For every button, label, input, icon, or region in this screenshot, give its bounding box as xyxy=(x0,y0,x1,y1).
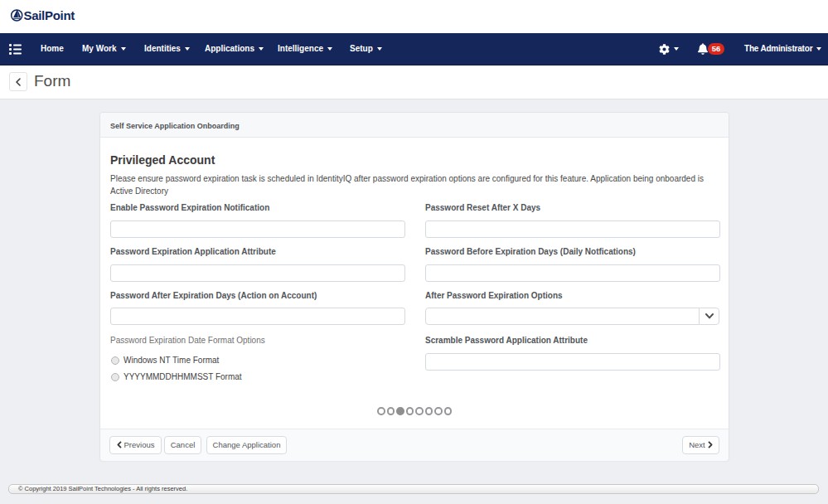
svg-text:SailPoint: SailPoint xyxy=(24,8,75,22)
